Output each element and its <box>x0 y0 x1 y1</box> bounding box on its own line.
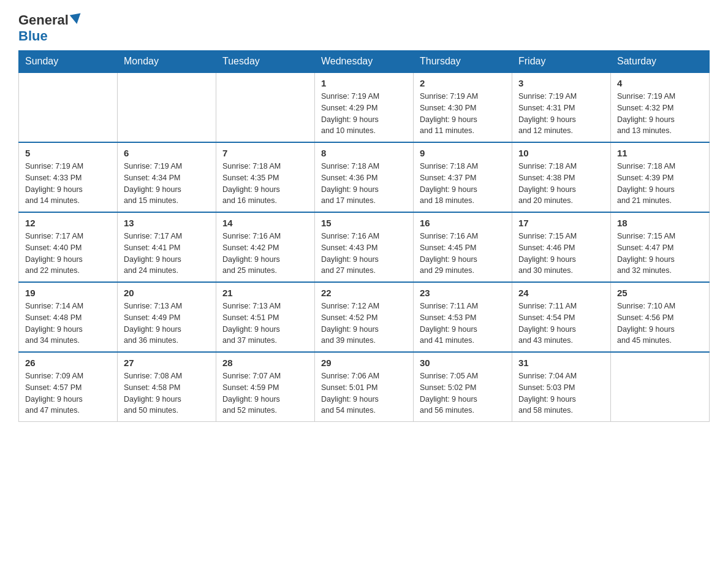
day-number: 15 <box>321 218 407 228</box>
day-number: 31 <box>518 358 604 368</box>
calendar-empty-cell <box>118 72 216 142</box>
calendar-week-row-3: 12Sunrise: 7:17 AM Sunset: 4:40 PM Dayli… <box>19 212 710 282</box>
day-info: Sunrise: 7:05 AM Sunset: 5:02 PM Dayligh… <box>420 370 506 416</box>
day-info: Sunrise: 7:19 AM Sunset: 4:30 PM Dayligh… <box>420 91 506 137</box>
calendar-empty-cell <box>216 72 315 142</box>
day-info: Sunrise: 7:19 AM Sunset: 4:31 PM Dayligh… <box>518 91 604 137</box>
day-info: Sunrise: 7:08 AM Sunset: 4:58 PM Dayligh… <box>124 370 210 416</box>
day-number: 27 <box>124 358 210 368</box>
calendar-day-14: 14Sunrise: 7:16 AM Sunset: 4:42 PM Dayli… <box>216 212 315 282</box>
calendar-empty-cell <box>19 72 118 142</box>
day-info: Sunrise: 7:11 AM Sunset: 4:53 PM Dayligh… <box>420 301 506 347</box>
calendar-day-31: 31Sunrise: 7:04 AM Sunset: 5:03 PM Dayli… <box>512 352 611 422</box>
calendar-header-friday: Friday <box>512 51 611 73</box>
day-number: 3 <box>518 78 604 88</box>
calendar-day-22: 22Sunrise: 7:12 AM Sunset: 4:52 PM Dayli… <box>315 282 414 352</box>
day-number: 1 <box>321 78 407 88</box>
calendar-table: SundayMondayTuesdayWednesdayThursdayFrid… <box>18 50 710 422</box>
logo-triangle-icon <box>70 13 83 25</box>
day-number: 16 <box>420 218 506 228</box>
day-info: Sunrise: 7:19 AM Sunset: 4:33 PM Dayligh… <box>25 161 111 207</box>
calendar-week-row-5: 26Sunrise: 7:09 AM Sunset: 4:57 PM Dayli… <box>19 352 710 422</box>
day-number: 23 <box>420 288 506 298</box>
day-number: 2 <box>420 78 506 88</box>
calendar-day-19: 19Sunrise: 7:14 AM Sunset: 4:48 PM Dayli… <box>19 282 118 352</box>
calendar-week-row-2: 5Sunrise: 7:19 AM Sunset: 4:33 PM Daylig… <box>19 142 710 212</box>
calendar-day-16: 16Sunrise: 7:16 AM Sunset: 4:45 PM Dayli… <box>414 212 512 282</box>
calendar-day-23: 23Sunrise: 7:11 AM Sunset: 4:53 PM Dayli… <box>414 282 512 352</box>
calendar-day-5: 5Sunrise: 7:19 AM Sunset: 4:33 PM Daylig… <box>19 142 118 212</box>
day-info: Sunrise: 7:16 AM Sunset: 4:43 PM Dayligh… <box>321 231 407 277</box>
calendar-day-10: 10Sunrise: 7:18 AM Sunset: 4:38 PM Dayli… <box>512 142 611 212</box>
day-number: 4 <box>617 78 703 88</box>
day-number: 7 <box>222 148 308 158</box>
calendar-day-11: 11Sunrise: 7:18 AM Sunset: 4:39 PM Dayli… <box>611 142 710 212</box>
day-number: 26 <box>25 358 111 368</box>
day-info: Sunrise: 7:19 AM Sunset: 4:34 PM Dayligh… <box>124 161 210 207</box>
day-number: 9 <box>420 148 506 158</box>
day-number: 18 <box>617 218 703 228</box>
calendar-day-24: 24Sunrise: 7:11 AM Sunset: 4:54 PM Dayli… <box>512 282 611 352</box>
logo-general-text: General <box>18 12 69 28</box>
calendar-day-6: 6Sunrise: 7:19 AM Sunset: 4:34 PM Daylig… <box>118 142 216 212</box>
calendar-header-row: SundayMondayTuesdayWednesdayThursdayFrid… <box>19 51 710 73</box>
calendar-day-18: 18Sunrise: 7:15 AM Sunset: 4:47 PM Dayli… <box>611 212 710 282</box>
calendar-empty-cell <box>611 352 710 422</box>
day-number: 25 <box>617 288 703 298</box>
day-number: 14 <box>222 218 308 228</box>
day-info: Sunrise: 7:12 AM Sunset: 4:52 PM Dayligh… <box>321 301 407 347</box>
day-info: Sunrise: 7:18 AM Sunset: 4:35 PM Dayligh… <box>222 161 308 207</box>
calendar-day-27: 27Sunrise: 7:08 AM Sunset: 4:58 PM Dayli… <box>118 352 216 422</box>
calendar-day-17: 17Sunrise: 7:15 AM Sunset: 4:46 PM Dayli… <box>512 212 611 282</box>
calendar-day-9: 9Sunrise: 7:18 AM Sunset: 4:37 PM Daylig… <box>414 142 512 212</box>
calendar-week-row-4: 19Sunrise: 7:14 AM Sunset: 4:48 PM Dayli… <box>19 282 710 352</box>
day-number: 8 <box>321 148 407 158</box>
logo: GeneralBlue <box>18 12 82 44</box>
calendar-day-21: 21Sunrise: 7:13 AM Sunset: 4:51 PM Dayli… <box>216 282 315 352</box>
calendar-header-wednesday: Wednesday <box>315 51 414 73</box>
calendar-day-20: 20Sunrise: 7:13 AM Sunset: 4:49 PM Dayli… <box>118 282 216 352</box>
calendar-day-4: 4Sunrise: 7:19 AM Sunset: 4:32 PM Daylig… <box>611 72 710 142</box>
day-info: Sunrise: 7:10 AM Sunset: 4:56 PM Dayligh… <box>617 301 703 347</box>
day-info: Sunrise: 7:07 AM Sunset: 4:59 PM Dayligh… <box>222 370 308 416</box>
day-number: 29 <box>321 358 407 368</box>
day-number: 24 <box>518 288 604 298</box>
day-info: Sunrise: 7:11 AM Sunset: 4:54 PM Dayligh… <box>518 301 604 347</box>
day-number: 12 <box>25 218 111 228</box>
day-info: Sunrise: 7:16 AM Sunset: 4:42 PM Dayligh… <box>222 231 308 277</box>
day-number: 10 <box>518 148 604 158</box>
day-info: Sunrise: 7:18 AM Sunset: 4:39 PM Dayligh… <box>617 161 703 207</box>
day-info: Sunrise: 7:18 AM Sunset: 4:38 PM Dayligh… <box>518 161 604 207</box>
calendar-day-8: 8Sunrise: 7:18 AM Sunset: 4:36 PM Daylig… <box>315 142 414 212</box>
calendar-header-monday: Monday <box>118 51 216 73</box>
day-info: Sunrise: 7:15 AM Sunset: 4:46 PM Dayligh… <box>518 231 604 277</box>
calendar-header-sunday: Sunday <box>19 51 118 73</box>
day-number: 11 <box>617 148 703 158</box>
day-info: Sunrise: 7:16 AM Sunset: 4:45 PM Dayligh… <box>420 231 506 277</box>
calendar-day-1: 1Sunrise: 7:19 AM Sunset: 4:29 PM Daylig… <box>315 72 414 142</box>
calendar-header-saturday: Saturday <box>611 51 710 73</box>
day-info: Sunrise: 7:19 AM Sunset: 4:29 PM Dayligh… <box>321 91 407 137</box>
day-info: Sunrise: 7:17 AM Sunset: 4:41 PM Dayligh… <box>124 231 210 277</box>
day-number: 6 <box>124 148 210 158</box>
calendar-day-3: 3Sunrise: 7:19 AM Sunset: 4:31 PM Daylig… <box>512 72 611 142</box>
calendar-day-25: 25Sunrise: 7:10 AM Sunset: 4:56 PM Dayli… <box>611 282 710 352</box>
calendar-day-13: 13Sunrise: 7:17 AM Sunset: 4:41 PM Dayli… <box>118 212 216 282</box>
calendar-day-29: 29Sunrise: 7:06 AM Sunset: 5:01 PM Dayli… <box>315 352 414 422</box>
day-number: 22 <box>321 288 407 298</box>
day-info: Sunrise: 7:19 AM Sunset: 4:32 PM Dayligh… <box>617 91 703 137</box>
day-number: 20 <box>124 288 210 298</box>
day-number: 28 <box>222 358 308 368</box>
day-info: Sunrise: 7:13 AM Sunset: 4:49 PM Dayligh… <box>124 301 210 347</box>
day-info: Sunrise: 7:09 AM Sunset: 4:57 PM Dayligh… <box>25 370 111 416</box>
calendar-day-12: 12Sunrise: 7:17 AM Sunset: 4:40 PM Dayli… <box>19 212 118 282</box>
day-number: 5 <box>25 148 111 158</box>
day-number: 13 <box>124 218 210 228</box>
day-info: Sunrise: 7:06 AM Sunset: 5:01 PM Dayligh… <box>321 370 407 416</box>
logo-blue-text: Blue <box>18 28 48 44</box>
calendar-day-15: 15Sunrise: 7:16 AM Sunset: 4:43 PM Dayli… <box>315 212 414 282</box>
day-info: Sunrise: 7:14 AM Sunset: 4:48 PM Dayligh… <box>25 301 111 347</box>
day-info: Sunrise: 7:18 AM Sunset: 4:37 PM Dayligh… <box>420 161 506 207</box>
day-number: 30 <box>420 358 506 368</box>
calendar-day-2: 2Sunrise: 7:19 AM Sunset: 4:30 PM Daylig… <box>414 72 512 142</box>
